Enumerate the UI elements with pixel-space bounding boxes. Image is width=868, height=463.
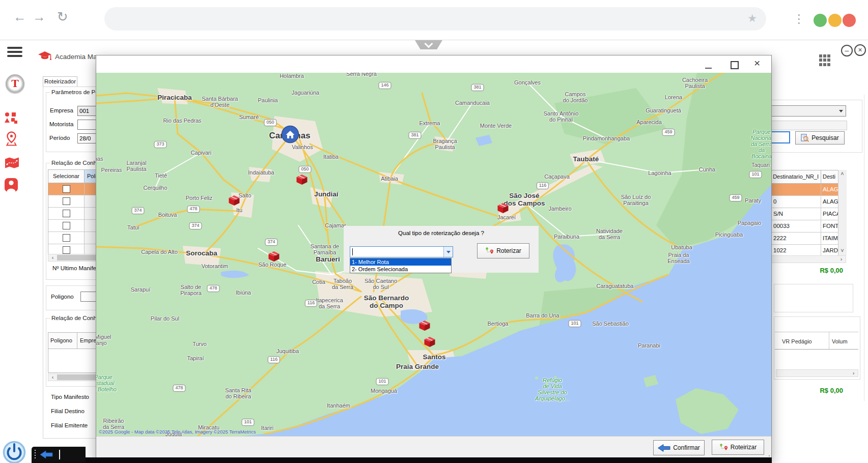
package-marker[interactable]	[496, 201, 510, 216]
dialog-close-icon[interactable]: ×	[754, 57, 760, 69]
home-marker[interactable]	[281, 125, 299, 146]
reload-icon[interactable]: ↻	[57, 10, 68, 23]
checkbox[interactable]	[63, 185, 70, 193]
map-label: Refúgio de Vida Silvestre do Arquipélago…	[535, 377, 570, 401]
address-bar[interactable]: ★	[104, 7, 766, 31]
checkbox[interactable]	[63, 197, 70, 205]
app-close-icon[interactable]: ×	[854, 44, 866, 56]
col-volume[interactable]: Volum	[832, 338, 848, 344]
map-label: Cachoeira Paulista	[682, 77, 708, 89]
forward-icon[interactable]: →	[33, 10, 46, 23]
cell-destinatario: FONT	[821, 220, 838, 232]
package-marker[interactable]	[423, 335, 437, 350]
url-input[interactable]	[115, 13, 727, 26]
scroll-left-icon[interactable]: ‹	[49, 374, 57, 381]
route-type-combobox[interactable]	[350, 246, 453, 257]
drag-handle-icon[interactable]	[35, 450, 36, 460]
graduation-cap-icon	[38, 50, 52, 64]
scroll-right-icon[interactable]: ›	[837, 256, 845, 263]
taskbar[interactable]	[32, 447, 86, 462]
map-label: Santos	[423, 354, 445, 361]
window-dot-green[interactable]	[814, 14, 827, 27]
map-label: Santa Rita do Ribeira	[225, 387, 251, 399]
v-scrollbar[interactable]: ˄ ˅	[838, 170, 847, 255]
map-label: Serra Negra	[346, 73, 377, 77]
scroll-right-icon[interactable]: ›	[850, 370, 857, 377]
combo-dropdown-button[interactable]	[443, 247, 453, 257]
package-marker[interactable]	[295, 173, 309, 188]
col-vr-pedagio[interactable]: VR Pedágio	[782, 338, 812, 344]
ultimo-manifesto-label: Nº Ultimo Manife	[52, 265, 96, 271]
col-destinatario[interactable]: Desti	[821, 170, 838, 183]
back-arrow-icon[interactable]	[40, 450, 53, 459]
route-map-icon[interactable]	[5, 157, 19, 171]
map-label: Paulinia	[258, 97, 277, 103]
map-label: Jundiaí	[314, 191, 338, 198]
col-selecionar[interactable]: Selecionar	[48, 170, 85, 183]
package-marker[interactable]	[228, 194, 241, 209]
cell-selecionar	[48, 220, 85, 232]
map-label: Paranabi	[638, 342, 660, 349]
browser-menu-icon[interactable]: ⋮	[793, 12, 805, 26]
road-shield: 478	[187, 206, 200, 213]
app-minimize-icon[interactable]: –	[841, 45, 853, 56]
window-dot-yellow[interactable]	[828, 14, 842, 27]
road-shield: 381	[471, 84, 484, 91]
notification-pull-tab[interactable]	[415, 40, 442, 49]
roterizar-label: Roterizar	[496, 247, 521, 254]
route-icon	[719, 443, 728, 452]
dropdown-option[interactable]: 2- Ordem Selecionada	[350, 266, 451, 273]
bookmark-star-icon[interactable]: ★	[747, 12, 757, 24]
confirmar-button[interactable]: Confirmar	[653, 440, 705, 455]
person-icon[interactable]	[5, 178, 18, 194]
map-label: Praia Grande	[396, 363, 439, 371]
roterizar-button[interactable]: Roterizar	[477, 243, 529, 258]
dialog-minimize-icon[interactable]	[705, 68, 712, 69]
tab-roteirizador[interactable]: Roteirizador	[43, 76, 77, 86]
dropdown-option[interactable]: 1- Melhor Rota	[350, 258, 451, 266]
scroll-left-icon[interactable]: ‹	[49, 254, 57, 261]
checkbox[interactable]	[63, 234, 70, 242]
power-icon[interactable]	[3, 441, 26, 463]
map-label: Extrema	[419, 120, 440, 126]
back-icon[interactable]: ←	[13, 10, 26, 23]
motorista-label: Motorista	[49, 121, 73, 127]
t-brand-logo[interactable]: T	[6, 74, 24, 93]
map-pin-icon[interactable]	[6, 131, 17, 148]
map-label: Mongaguá	[371, 388, 397, 394]
checkbox[interactable]	[63, 210, 70, 217]
app-logo-text: Academia Man	[55, 53, 101, 61]
map-label: Santo Antônio do Pinhal	[544, 110, 579, 123]
divider	[829, 332, 829, 349]
taskbar-strip	[32, 457, 772, 463]
divider	[775, 349, 858, 350]
map-label: Taquari	[751, 162, 770, 168]
map-label: Picinguaba	[715, 232, 743, 238]
map-label: Ribeirão da Serra	[103, 418, 124, 430]
checkbox[interactable]	[63, 246, 70, 254]
checkbox[interactable]	[63, 222, 70, 229]
route-icon	[485, 247, 494, 255]
map-label: Itatiba	[323, 154, 339, 160]
map-label: Sorocaba	[186, 250, 217, 257]
window-dot-red[interactable]	[843, 14, 856, 27]
roteirizar-button[interactable]: Roteirizar	[712, 440, 764, 455]
map-label: Porto Feliz	[186, 195, 213, 201]
hamburger-menu-icon[interactable]	[7, 47, 22, 58]
road-shield: 116	[537, 182, 549, 189]
dialog-maximize-icon[interactable]	[731, 61, 739, 69]
map-label: Votorantim	[202, 263, 229, 269]
apps-grid-icon[interactable]	[819, 54, 831, 66]
package-marker[interactable]	[418, 319, 432, 334]
scroll-down-icon[interactable]: ˅	[838, 247, 846, 254]
scroll-up-icon[interactable]: ˄	[838, 170, 846, 177]
map-label: Praia da Enseada	[667, 252, 689, 264]
package-marker[interactable]	[267, 250, 281, 265]
col-poligono[interactable]: Poligono	[48, 333, 77, 349]
categories-icon[interactable]	[5, 112, 18, 126]
cell-destinatario: PIACA	[821, 208, 838, 220]
map-label: Monte Verde	[480, 123, 512, 129]
group-relacao2-label: Relação de Conhe	[50, 315, 101, 321]
h-scrollbar[interactable]: ›	[776, 369, 858, 377]
pesquisar-button[interactable]: Pesquisar	[795, 131, 845, 144]
